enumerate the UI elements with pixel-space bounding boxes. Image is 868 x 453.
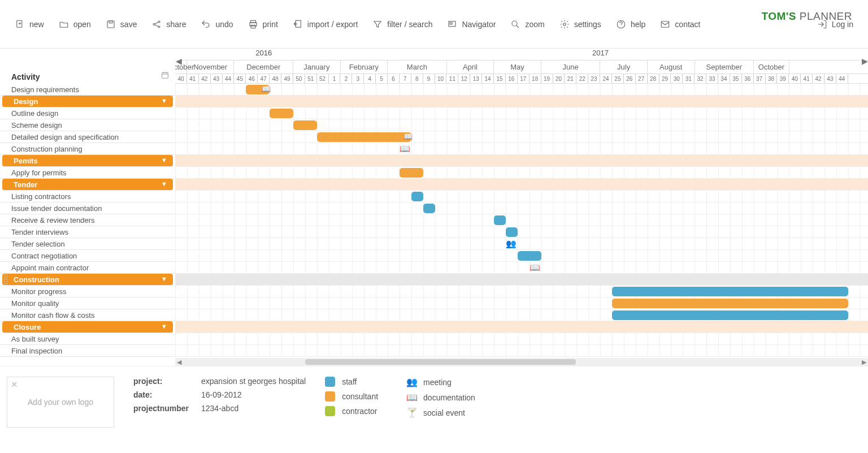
week-label: 47 xyxy=(258,74,270,83)
svg-rect-8 xyxy=(251,25,255,28)
chart-row[interactable] xyxy=(175,286,868,297)
gantt-bar[interactable] xyxy=(612,299,848,308)
task-row[interactable]: Design requirements xyxy=(0,84,175,96)
task-row[interactable]: Appoint main contractor xyxy=(0,262,175,274)
chart-row[interactable] xyxy=(175,297,868,309)
group-row[interactable]: Pemits▼ xyxy=(2,155,173,167)
gantt-bar[interactable] xyxy=(293,120,317,130)
chevron-down-icon[interactable]: ▼ xyxy=(161,97,167,104)
contact-button[interactable]: contact xyxy=(656,16,705,33)
chart-row[interactable] xyxy=(175,274,868,286)
task-row[interactable]: Receive & review tenders xyxy=(0,214,175,226)
gantt-bar[interactable]: 📖 xyxy=(246,85,270,94)
gantt-bar[interactable] xyxy=(506,227,518,237)
task-row[interactable]: Issue tender documentation xyxy=(0,202,175,214)
task-row[interactable]: Construction planning xyxy=(0,143,175,155)
navigator-button[interactable]: Navigator xyxy=(442,16,500,33)
chart-row[interactable]: 📖 xyxy=(175,262,868,274)
gantt-bar[interactable]: 📖 xyxy=(317,132,411,142)
task-row[interactable]: Final inspection xyxy=(0,345,175,357)
gantt-bar[interactable] xyxy=(400,168,423,178)
chart-row[interactable] xyxy=(175,179,868,191)
task-row[interactable]: As built survey xyxy=(0,333,175,345)
undo-button[interactable]: undo xyxy=(196,16,237,33)
chart-row[interactable] xyxy=(175,107,868,119)
filter-search-button[interactable]: filter / search xyxy=(368,16,437,33)
gantt-bar[interactable] xyxy=(423,204,435,213)
month-label: July xyxy=(600,61,648,74)
gantt-bar[interactable] xyxy=(494,215,506,225)
logo-placeholder[interactable]: ✕ Add your own logo xyxy=(7,377,114,428)
task-row[interactable]: Contract negotiation xyxy=(0,250,175,262)
documentation-icon: 📖 xyxy=(406,392,416,403)
horizontal-scrollbar[interactable]: ◀▶ xyxy=(175,358,868,366)
chart-row[interactable]: 📖 xyxy=(175,131,868,143)
week-label: 33 xyxy=(706,74,718,83)
meeting-icon: 👥 xyxy=(406,377,416,387)
chart-row[interactable] xyxy=(175,226,868,238)
help-button[interactable]: help xyxy=(611,16,650,33)
chart-row[interactable] xyxy=(175,345,868,357)
group-row[interactable]: Design▼ xyxy=(2,96,173,107)
month-label: January xyxy=(293,61,341,74)
week-label: 12 xyxy=(458,74,470,83)
chart-row[interactable] xyxy=(175,309,868,321)
task-row[interactable]: Tender selection xyxy=(0,238,175,250)
group-row[interactable]: Construction▼ xyxy=(2,274,173,286)
close-icon[interactable]: ✕ xyxy=(11,379,18,390)
gantt-bar[interactable] xyxy=(612,310,848,320)
task-row[interactable]: Monitor progress xyxy=(0,286,175,297)
share-button[interactable]: share xyxy=(147,16,190,33)
gantt-bar[interactable] xyxy=(411,192,423,201)
task-row[interactable]: Outline design xyxy=(0,107,175,119)
chevron-down-icon[interactable]: ▼ xyxy=(161,275,167,282)
gantt-bar[interactable] xyxy=(612,287,848,296)
task-row[interactable]: Monitor quality xyxy=(0,297,175,309)
chevron-down-icon[interactable]: ▼ xyxy=(161,157,167,163)
new-button[interactable]: new xyxy=(10,16,49,33)
chart-row[interactable] xyxy=(175,321,868,333)
chart-row[interactable] xyxy=(175,96,868,107)
print-button[interactable]: print xyxy=(244,16,283,33)
week-label: 23 xyxy=(588,74,600,83)
task-row[interactable]: Listing contractors xyxy=(0,191,175,202)
gantt-bar[interactable] xyxy=(518,251,541,261)
marker-icon[interactable]: 📖 xyxy=(530,262,540,273)
chart-row[interactable] xyxy=(175,250,868,262)
week-label: 48 xyxy=(270,74,281,83)
week-label: 7 xyxy=(400,74,411,83)
timeline-next-button[interactable]: ▶ xyxy=(861,49,868,74)
chart-row[interactable]: 📖 xyxy=(175,143,868,155)
gantt-bar[interactable] xyxy=(270,109,293,118)
chart-row[interactable] xyxy=(175,119,868,131)
chevron-down-icon[interactable]: ▼ xyxy=(161,180,167,187)
settings-button[interactable]: settings xyxy=(555,16,606,33)
task-row[interactable]: Monitor cash flow & costs xyxy=(0,309,175,321)
chart-row[interactable] xyxy=(175,214,868,226)
open-button[interactable]: open xyxy=(54,16,96,33)
chart-row[interactable] xyxy=(175,333,868,345)
chart-row[interactable]: 📖 xyxy=(175,84,868,96)
chart-row[interactable] xyxy=(175,191,868,202)
chevron-down-icon[interactable]: ▼ xyxy=(161,323,167,330)
week-label: 32 xyxy=(695,74,706,83)
marker-icon[interactable]: 👥 xyxy=(506,239,517,249)
marker-icon[interactable]: 📖 xyxy=(400,144,410,154)
chart-row[interactable] xyxy=(175,155,868,167)
import-export-button[interactable]: import / export xyxy=(288,16,362,33)
chart-row[interactable] xyxy=(175,202,868,214)
task-row[interactable]: Scheme design xyxy=(0,119,175,131)
group-row[interactable]: Tender▼ xyxy=(2,179,173,191)
week-label: 27 xyxy=(636,74,648,83)
calendar-icon[interactable] xyxy=(160,71,170,81)
svg-rect-1 xyxy=(107,21,114,28)
zoom-button[interactable]: zoom xyxy=(506,16,549,33)
timeline-prev-button[interactable]: ◀ xyxy=(175,49,182,74)
task-row[interactable]: Apply for permits xyxy=(0,167,175,179)
chart-row[interactable] xyxy=(175,167,868,179)
chart-row[interactable]: 👥 xyxy=(175,238,868,250)
task-row[interactable]: Tender interviews xyxy=(0,226,175,238)
group-row[interactable]: Closure▼ xyxy=(2,321,173,333)
save-button[interactable]: save xyxy=(101,16,142,33)
task-row[interactable]: Detailed design and specification xyxy=(0,131,175,143)
